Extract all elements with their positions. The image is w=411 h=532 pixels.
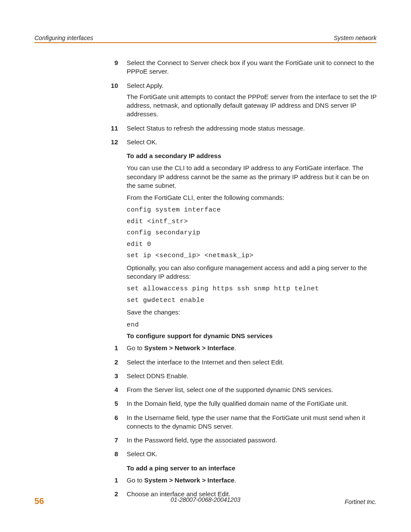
ddns-step-1: 1 Go to System > Network > Interface. — [103, 344, 377, 355]
step-number: 4 — [103, 386, 127, 397]
code-line: set ip <second_ip> <netmask_ip> — [127, 251, 377, 261]
code-line: edit <intf_str> — [127, 217, 377, 227]
ddns-step-4: 4 From the Server list, select one of th… — [103, 386, 377, 397]
main-content: 9 Select the Connect to Server check box… — [34, 43, 377, 501]
ddns-step-8: 8 Select OK. — [103, 450, 377, 461]
step-number: 12 — [103, 138, 127, 149]
step-text: Select OK. — [127, 138, 377, 146]
step-11: 11 Select Status to refresh the addressi… — [103, 124, 377, 135]
footer: 56 01-28007-0068-20041203 Fortinet Inc. — [34, 496, 377, 506]
code-line: config secondaryip — [127, 228, 377, 238]
step-text: In the Username field, type the user nam… — [127, 414, 377, 431]
body-text: You can use the CLI to add a secondary I… — [127, 164, 377, 190]
step-text: From the Server list, select one of the … — [127, 386, 377, 394]
ping-step-1: 1 Go to System > Network > Interface. — [103, 476, 377, 487]
header-left: Configuring interfaces — [34, 34, 93, 41]
step-text: In the Domain field, type the fully qual… — [127, 399, 377, 408]
step-text: The FortiGate unit attempts to contact t… — [127, 93, 377, 119]
code-line: config system interface — [127, 205, 377, 215]
step-text: Select OK. — [127, 450, 377, 458]
step-text: Go to System > Network > Interface. — [127, 476, 377, 485]
step-number: 3 — [103, 372, 127, 383]
code-line: end — [127, 320, 377, 330]
ddns-step-2: 2 Select the interface to the Internet a… — [103, 358, 377, 369]
step-text: Select the Connect to Server check box i… — [127, 59, 377, 76]
step-text: Select the interface to the Internet and… — [127, 358, 377, 367]
heading-ddns: To configure support for dynamic DNS ser… — [127, 332, 377, 340]
step-9: 9 Select the Connect to Server check box… — [103, 59, 377, 79]
body-text: Save the changes: — [127, 308, 377, 317]
step-text: In the Password field, type the associat… — [127, 436, 377, 445]
step-number: 2 — [103, 358, 127, 369]
step-number: 10 — [103, 81, 127, 121]
step-number: 9 — [103, 59, 127, 79]
body-text: Optionally, you can also configure manag… — [127, 264, 377, 281]
code-line: edit 0 — [127, 240, 377, 250]
step-number: 11 — [103, 124, 127, 135]
footer-docid: 01-28007-0068-20041203 — [34, 496, 377, 503]
body-text: From the FortiGate CLI, enter the follow… — [127, 193, 377, 202]
step-text: Select Status to refresh the addressing … — [127, 124, 377, 133]
step-number: 1 — [103, 476, 127, 487]
step-number: 8 — [103, 450, 127, 461]
step-text: Select DDNS Enable. — [127, 372, 377, 380]
step-number: 5 — [103, 399, 127, 411]
heading-ping-server: To add a ping server to an interface — [127, 464, 377, 473]
step-10: 10 Select Apply. The FortiGate unit atte… — [103, 81, 377, 121]
ddns-step-3: 3 Select DDNS Enable. — [103, 372, 377, 383]
header-right: System network — [333, 34, 377, 41]
code-line: set gwdetect enable — [127, 296, 377, 306]
step-text: Select Apply. — [127, 81, 377, 90]
step-number: 1 — [103, 344, 127, 355]
heading-secondary-ip: To add a secondary IP address — [127, 152, 377, 160]
step-number: 7 — [103, 436, 127, 447]
step-12: 12 Select OK. — [103, 138, 377, 149]
ddns-step-7: 7 In the Password field, type the associ… — [103, 436, 377, 447]
ddns-step-6: 6 In the Username field, type the user n… — [103, 414, 377, 434]
code-line: set allowaccess ping https ssh snmp http… — [127, 284, 377, 294]
ddns-step-5: 5 In the Domain field, type the fully qu… — [103, 399, 377, 411]
step-text: Go to System > Network > Interface. — [127, 344, 377, 352]
step-number: 6 — [103, 414, 127, 434]
